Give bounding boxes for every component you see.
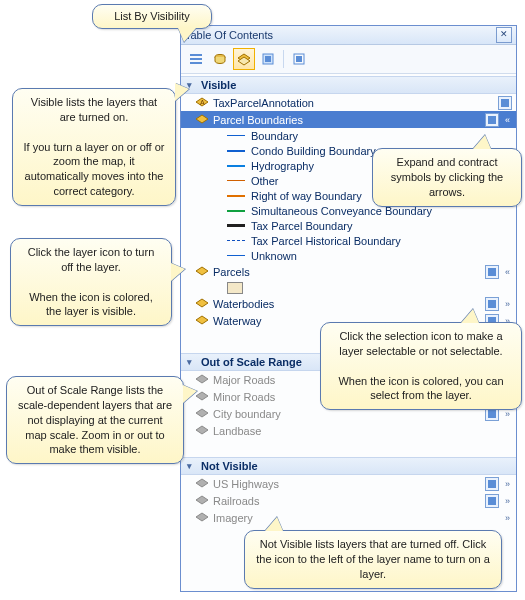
section-label: Out of Scale Range: [201, 356, 302, 368]
symbol-line-icon: [227, 135, 245, 136]
selection-toggle-icon[interactable]: [485, 265, 499, 279]
symbol-line-icon: [227, 210, 245, 212]
callout-visible: Visible lists the layers that are turned…: [12, 88, 176, 206]
polygon-swatch-icon: [227, 282, 243, 294]
chevron-up-icon[interactable]: «: [503, 267, 512, 277]
layer-name: Waterbodies: [213, 298, 481, 310]
callout-text: Click the selection icon to make a layer…: [331, 329, 511, 403]
symbol-row: Boundary: [181, 128, 516, 143]
annotation-layer-icon[interactable]: A: [195, 97, 209, 109]
layer-name: Landbase: [213, 425, 512, 437]
close-icon[interactable]: ✕: [496, 27, 512, 43]
selection-toggle-icon[interactable]: [485, 297, 499, 311]
svg-marker-15: [196, 316, 208, 324]
chevron-down-icon[interactable]: »: [503, 479, 512, 489]
line-layer-icon[interactable]: [195, 374, 209, 386]
polygon-layer-icon[interactable]: [195, 266, 209, 278]
line-layer-icon[interactable]: [195, 391, 209, 403]
symbol-row: Unknown: [181, 248, 516, 263]
layer-name: US Highways: [213, 478, 481, 490]
callout-text: Click the layer icon to turn off the lay…: [21, 245, 161, 319]
callout-out-of-scale: Out of Scale Range lists the scale-depen…: [6, 376, 184, 464]
selection-toggle-icon[interactable]: [485, 113, 499, 127]
panel-titlebar[interactable]: Table Of Contents ✕: [181, 26, 516, 45]
list-by-source-button[interactable]: [209, 48, 231, 70]
svg-text:A: A: [200, 99, 205, 106]
svg-rect-1: [190, 58, 202, 60]
symbol-row: Tax Parcel Boundary: [181, 218, 516, 233]
polygon-layer-icon[interactable]: [195, 408, 209, 420]
svg-marker-21: [196, 496, 208, 504]
collapse-icon[interactable]: ▾: [187, 357, 197, 367]
symbol-line-icon: [227, 195, 245, 197]
symbol-label: Hydrography: [251, 160, 314, 172]
symbol-line-icon: [227, 180, 245, 181]
toolbar-options-button[interactable]: [288, 48, 310, 70]
callout-text: Visible lists the layers that are turned…: [23, 95, 165, 199]
chevron-down-icon[interactable]: »: [503, 513, 512, 523]
raster-layer-icon[interactable]: [195, 512, 209, 524]
layer-row-selected[interactable]: Parcel Boundaries «: [181, 111, 516, 128]
callout-expand: Expand and contract symbols by clicking …: [372, 148, 522, 207]
svg-rect-2: [190, 62, 202, 64]
layer-name: Imagery: [213, 512, 499, 524]
layer-row[interactable]: Landbase: [181, 422, 516, 439]
chevron-down-icon[interactable]: »: [503, 496, 512, 506]
section-label: Not Visible: [201, 460, 258, 472]
symbol-row: [181, 280, 516, 295]
svg-marker-13: [196, 267, 208, 275]
svg-marker-12: [196, 115, 208, 123]
toolbar-separator: [283, 50, 284, 68]
symbol-row: Tax Parcel Historical Boundary: [181, 233, 516, 248]
section-not-visible[interactable]: ▾ Not Visible: [181, 457, 516, 475]
symbol-line-icon: [227, 255, 245, 256]
line-layer-icon[interactable]: [195, 114, 209, 126]
symbol-line-icon: [227, 165, 245, 167]
symbol-label: Other: [251, 175, 279, 187]
svg-rect-0: [190, 54, 202, 56]
list-by-selection-button[interactable]: [257, 48, 279, 70]
callout-text: List By Visibility: [114, 10, 190, 22]
section-visible[interactable]: ▾ Visible: [181, 76, 516, 94]
collapse-icon[interactable]: ▾: [187, 461, 197, 471]
layer-row[interactable]: Railroads »: [181, 492, 516, 509]
line-layer-icon[interactable]: [195, 315, 209, 327]
list-by-visibility-button[interactable]: [233, 48, 255, 70]
symbol-label: Unknown: [251, 250, 297, 262]
callout-selection: Click the selection icon to make a layer…: [320, 322, 522, 410]
symbol-label: Right of way Boundary: [251, 190, 362, 202]
callout-text: Expand and contract symbols by clicking …: [391, 156, 504, 198]
polygon-layer-icon[interactable]: [195, 298, 209, 310]
layer-row[interactable]: Imagery »: [181, 509, 516, 526]
svg-marker-17: [196, 392, 208, 400]
svg-marker-20: [196, 479, 208, 487]
toolbar: [181, 45, 516, 74]
layer-row[interactable]: Parcels «: [181, 263, 516, 280]
line-layer-icon[interactable]: [195, 495, 209, 507]
callout-text: Not Visible lists layers that are turned…: [256, 538, 490, 580]
svg-marker-22: [196, 513, 208, 521]
symbol-line-icon: [227, 224, 245, 227]
callout-list-by: List By Visibility: [92, 4, 212, 29]
symbol-label: Tax Parcel Boundary: [251, 220, 353, 232]
layer-name: TaxParcelAnnotation: [213, 97, 494, 109]
svg-marker-18: [196, 409, 208, 417]
list-by-drawing-order-button[interactable]: [185, 48, 207, 70]
selection-toggle-icon[interactable]: [485, 494, 499, 508]
panel-title: Table Of Contents: [185, 29, 496, 41]
layer-row[interactable]: A TaxParcelAnnotation: [181, 94, 516, 111]
line-layer-icon[interactable]: [195, 478, 209, 490]
group-layer-icon[interactable]: [195, 425, 209, 437]
svg-marker-16: [196, 375, 208, 383]
chevron-up-icon[interactable]: «: [503, 115, 512, 125]
chevron-down-icon[interactable]: »: [503, 299, 512, 309]
symbol-line-icon: [227, 240, 245, 241]
svg-rect-9: [296, 56, 302, 62]
symbol-line-icon: [227, 150, 245, 152]
svg-marker-14: [196, 299, 208, 307]
section-label: Visible: [201, 79, 236, 91]
selection-toggle-icon[interactable]: [498, 96, 512, 110]
svg-marker-19: [196, 426, 208, 434]
layer-row[interactable]: US Highways »: [181, 475, 516, 492]
selection-toggle-icon[interactable]: [485, 477, 499, 491]
